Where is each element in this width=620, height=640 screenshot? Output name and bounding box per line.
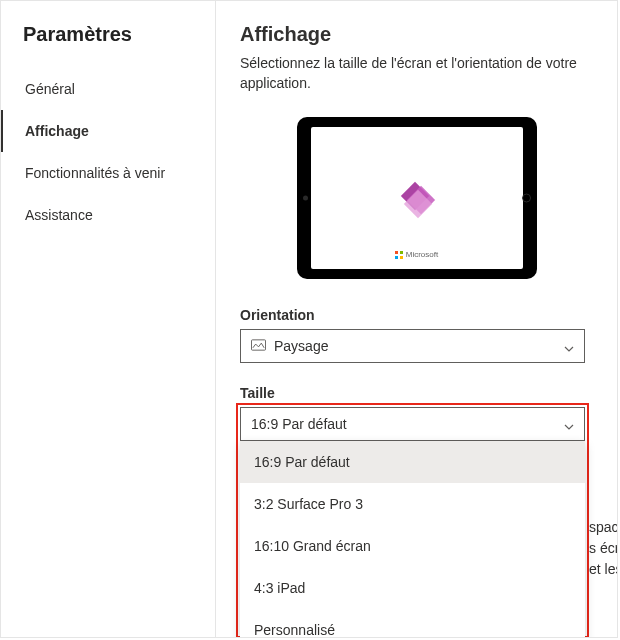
tablet-screen: Microsoft [311, 127, 523, 269]
size-field: Taille 16:9 Par défaut 16:9 Par défaut 3… [240, 385, 593, 441]
orientation-value: Paysage [274, 338, 328, 354]
size-option-custom[interactable]: Personnalisé [240, 609, 585, 637]
size-option-16-9-default[interactable]: 16:9 Par défaut [240, 441, 585, 483]
svg-rect-0 [251, 340, 265, 350]
microsoft-brand: Microsoft [395, 250, 438, 259]
orientation-label: Orientation [240, 307, 593, 323]
size-value: 16:9 Par défaut [251, 416, 347, 432]
settings-sidebar: Paramètres Général Affichage Fonctionnal… [1, 1, 216, 637]
settings-dialog: Paramètres Général Affichage Fonctionnal… [0, 0, 618, 638]
size-option-4-3-ipad[interactable]: 4:3 iPad [240, 567, 585, 609]
powerapps-logo-icon [401, 182, 433, 214]
sidebar-item-support[interactable]: Assistance [1, 194, 215, 236]
sidebar-item-label: Fonctionnalités à venir [25, 165, 165, 181]
landscape-icon [251, 338, 266, 354]
option-label: 16:9 Par défaut [254, 454, 350, 470]
sidebar-item-display[interactable]: Affichage [1, 110, 215, 152]
sidebar-item-upcoming-features[interactable]: Fonctionnalités à venir [1, 152, 215, 194]
sidebar-item-general[interactable]: Général [1, 68, 215, 110]
settings-main: Affichage Sélectionnez la taille de l'éc… [216, 1, 617, 637]
orientation-field: Orientation Paysage [240, 307, 593, 363]
size-select[interactable]: 16:9 Par défaut [240, 407, 585, 441]
tablet-frame: Microsoft [297, 117, 537, 279]
size-label: Taille [240, 385, 593, 401]
sidebar-item-label: Assistance [25, 207, 93, 223]
orientation-select[interactable]: Paysage [240, 329, 585, 363]
option-label: 3:2 Surface Pro 3 [254, 496, 363, 512]
size-option-3-2-surface-pro-3[interactable]: 3:2 Surface Pro 3 [240, 483, 585, 525]
page-description: Sélectionnez la taille de l'écran et l'o… [240, 54, 593, 93]
size-option-16-10-widescreen[interactable]: 16:10 Grand écran [240, 525, 585, 567]
page-title: Affichage [240, 23, 593, 46]
device-preview: Microsoft [240, 117, 593, 279]
sidebar-item-label: Affichage [25, 123, 89, 139]
microsoft-brand-text: Microsoft [406, 250, 438, 259]
obscured-hint-text: space s écrans et les [589, 517, 617, 580]
chevron-down-icon [564, 419, 574, 429]
size-dropdown-panel: 16:9 Par défaut 3:2 Surface Pro 3 16:10 … [240, 441, 585, 637]
microsoft-logo-icon [395, 251, 403, 259]
chevron-down-icon [564, 341, 574, 351]
option-label: 16:10 Grand écran [254, 538, 371, 554]
sidebar-item-label: Général [25, 81, 75, 97]
option-label: 4:3 iPad [254, 580, 305, 596]
option-label: Personnalisé [254, 622, 335, 637]
sidebar-title: Paramètres [1, 23, 215, 68]
